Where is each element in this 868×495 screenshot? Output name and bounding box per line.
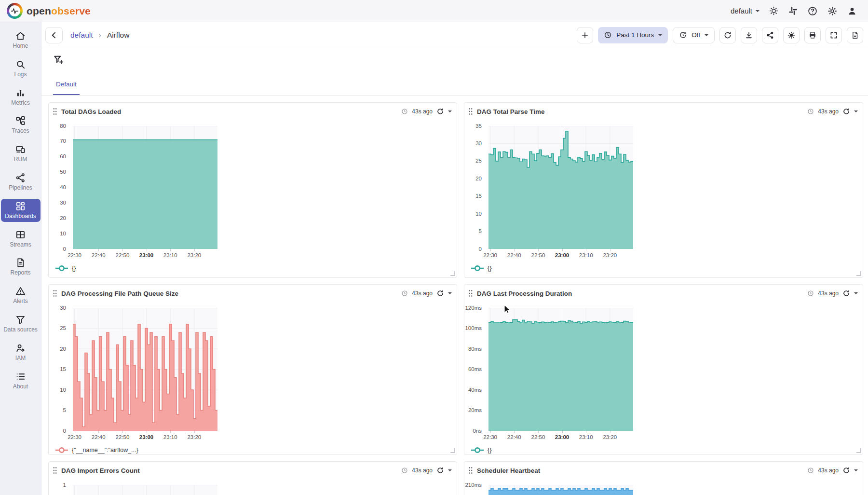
sidebar-item-label: Dashboards [5,213,36,220]
legend-marker-icon [470,447,485,454]
sidebar-item-label: Data sources [3,327,38,333]
sidebar-item-traces[interactable]: Traces [1,113,41,137]
drag-handle-icon[interactable] [468,289,473,297]
clock-icon [604,31,612,39]
chart-plot[interactable] [488,485,633,495]
plus-icon [581,31,589,40]
panel-title: Total DAGs Loaded [61,108,121,115]
panel-header: Scheduler Heartbeat 43s ago [464,462,863,479]
sidebar-item-rum[interactable]: RUM [1,142,41,165]
chart-area: 120ms100ms80ms60ms40ms20ms0ns 22:3022:40… [464,302,863,454]
search-icon [15,59,26,70]
panel-menu-icon[interactable] [854,292,858,296]
chart-legend[interactable]: {} [470,447,491,454]
sidebar-item-alerts[interactable]: Alerts [1,284,41,307]
dashboard-tabs: Default [41,70,868,96]
sidebar-item-logs[interactable]: Logs [1,57,41,80]
refresh-button[interactable] [719,27,736,43]
panel-refresh-icon[interactable] [436,467,444,474]
add-filter-icon[interactable] [52,54,64,66]
export-button[interactable] [741,27,757,43]
time-range-selector[interactable]: Past 1 Hours [598,27,668,43]
breadcrumb-parent-link[interactable]: default [70,31,93,40]
sidebar-item-iam[interactable]: IAM [1,341,41,364]
panel-menu-icon[interactable] [448,110,452,114]
fullscreen-icon [829,31,838,40]
drag-handle-icon[interactable] [468,467,473,474]
slack-icon[interactable] [788,6,798,16]
clock-icon [807,108,814,115]
panel-menu-icon[interactable] [854,110,858,114]
sidebar-item-streams[interactable]: Streams [1,227,41,250]
sidebar-item-pipelines[interactable]: Pipelines [1,170,41,193]
drag-handle-icon[interactable] [53,108,57,115]
list-icon [15,371,26,382]
help-icon[interactable] [807,6,818,16]
chevron-left-icon [49,30,59,40]
settings-gear-icon[interactable] [827,6,838,16]
share-button[interactable] [762,27,778,43]
breadcrumb: default › Airflow [64,31,129,40]
sidebar-item-label: Metrics [11,100,30,107]
sidebar-item-data-sources[interactable]: Data sources [1,312,41,335]
y-axis-labels: 210ms [464,485,486,495]
brand-word-observe: observe [51,5,91,16]
user-gear-icon [15,343,26,354]
sidebar-item-label: RUM [14,156,27,163]
sidebar-item-label: About [13,384,28,390]
chart-plot[interactable] [73,485,217,495]
panel-title: DAG Import Errors Count [61,467,140,474]
panel-menu-icon[interactable] [448,292,452,296]
x-axis-ticks [73,431,450,433]
panel-header: DAG Total Parse Time 43s ago [464,103,863,120]
panel-refresh-icon[interactable] [842,108,850,115]
legend-label: {} [488,447,491,454]
chart-plot[interactable] [488,126,633,249]
app-header: openobserve default [0,0,868,22]
add-panel-button[interactable] [577,27,593,43]
legend-label: {"__name__":"airflow_...} [72,447,138,454]
x-axis-ticks [73,249,450,251]
dashboard-settings-button[interactable] [783,27,800,43]
chart-plot[interactable] [73,308,217,431]
sidebar-item-home[interactable]: Home [1,28,41,52]
sidebar-item-metrics[interactable]: Metrics [1,85,41,109]
y-axis-labels: 120ms100ms80ms60ms40ms20ms0ns [464,308,486,431]
chart-plot[interactable] [73,126,217,249]
print-button[interactable] [804,27,821,43]
sidebar-item-dashboards[interactable]: Dashboards [1,199,41,222]
back-button[interactable] [45,27,63,43]
report-file-icon [15,257,26,268]
chart-area: 1 [49,479,457,495]
filter-row [41,48,868,70]
drag-handle-icon[interactable] [53,467,57,474]
account-icon[interactable] [847,6,857,16]
refreshed-ago-label: 43s ago [412,108,433,115]
chart-plot[interactable] [488,308,633,431]
panel-refresh-icon[interactable] [842,467,850,474]
fullscreen-button[interactable] [826,27,842,43]
sidebar-item-reports[interactable]: Reports [1,255,41,278]
theme-toggle-icon[interactable] [769,6,779,16]
panel-menu-icon[interactable] [448,469,452,473]
x-axis-labels: 22:3022:4022:5023:0023:1023:20 [488,434,856,442]
panel-refresh-icon[interactable] [436,289,444,297]
y-axis-labels: 80706050403020100 [49,126,70,249]
panel-refresh-icon[interactable] [436,108,444,115]
panel-menu-icon[interactable] [854,469,858,473]
drag-handle-icon[interactable] [468,108,473,115]
tab-default[interactable]: Default [53,81,80,95]
y-axis-labels: 1 [49,485,70,495]
refreshed-ago-label: 43s ago [818,108,839,115]
auto-refresh-selector[interactable]: Off [673,27,715,43]
panel-refresh-icon[interactable] [842,289,850,297]
refreshed-ago-label: 43s ago [412,290,433,297]
json-view-button[interactable] [847,27,863,43]
sidebar-item-about[interactable]: About [1,369,41,392]
org-selector[interactable]: default [731,7,760,15]
clock-icon [807,290,814,297]
chart-legend[interactable]: {"__name__":"airflow_...} [54,447,138,454]
chart-legend[interactable]: {} [54,265,76,272]
drag-handle-icon[interactable] [53,289,57,297]
chart-legend[interactable]: {} [470,265,491,272]
